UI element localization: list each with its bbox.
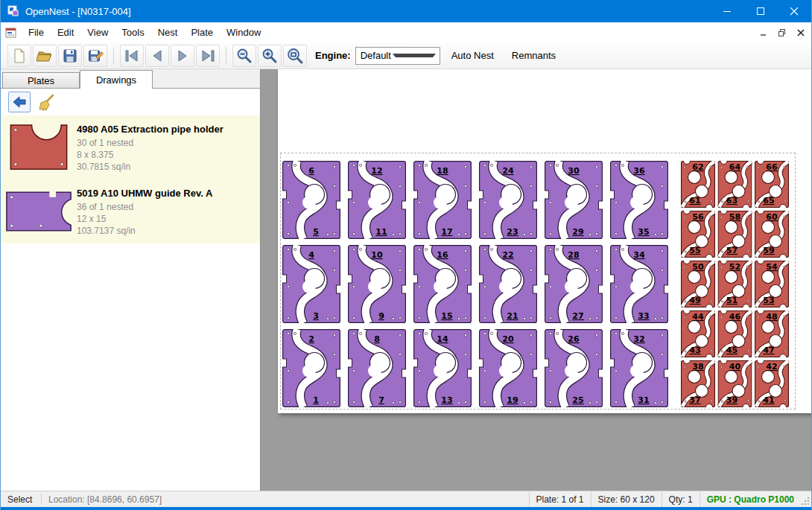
remnants-button[interactable]: Remnants [505, 46, 562, 65]
resize-grip[interactable] [801, 491, 811, 507]
menu-plate[interactable]: Plate [184, 24, 220, 41]
menu-view[interactable]: View [80, 24, 115, 41]
last-plate-button[interactable] [196, 45, 220, 67]
red-part-pair[interactable]: 6463 [718, 158, 752, 211]
part-number: 64 [729, 162, 741, 172]
zoom-fit-button[interactable] [283, 45, 307, 67]
mdi-close-button[interactable] [793, 25, 809, 40]
save-as-button[interactable] [83, 45, 107, 67]
purple-part-pair[interactable]: 2423 [478, 161, 539, 239]
purple-part-pair[interactable]: 3433 [609, 245, 670, 323]
save-button[interactable] [58, 45, 82, 67]
part-number: 29 [572, 227, 583, 237]
open-button[interactable] [33, 45, 57, 67]
purple-part-pair[interactable]: 2625 [544, 329, 604, 407]
tab-drawings[interactable]: Drawings [80, 70, 153, 89]
mdi-minimize-icon [759, 28, 768, 37]
part-number: 10 [371, 250, 383, 260]
red-part-pair[interactable]: 4847 [755, 307, 789, 361]
part-number: 19 [507, 395, 518, 405]
status-location: Location: [84.8696, 60.6957] [42, 494, 168, 505]
purple-part-pair[interactable]: 1817 [413, 161, 473, 239]
purple-part-pair[interactable]: 109 [347, 245, 407, 323]
return-part-button[interactable] [8, 92, 31, 112]
red-part-pair[interactable]: 3837 [682, 357, 715, 409]
menu-window[interactable]: Window [220, 24, 267, 41]
previous-plate-button[interactable] [145, 45, 169, 67]
mdi-close-icon [796, 28, 805, 37]
purple-part-pair[interactable]: 87 [347, 329, 407, 407]
part-number: 61 [689, 196, 700, 205]
red-part-pair[interactable]: 6059 [755, 208, 789, 261]
menu-edit[interactable]: Edit [51, 24, 80, 41]
part-number: 5 [313, 227, 319, 237]
clear-button[interactable] [37, 92, 57, 112]
part-number: 3 [313, 311, 319, 321]
purple-part-pair[interactable]: 3231 [609, 329, 670, 407]
first-plate-button[interactable] [120, 45, 144, 67]
red-part-pair[interactable]: 6261 [682, 158, 715, 211]
purple-part-pair[interactable]: 3635 [609, 161, 670, 239]
purple-part-pair[interactable]: 1413 [413, 329, 473, 407]
part-thumbnail-red [1, 124, 77, 171]
zoom-in-button[interactable] [258, 45, 282, 67]
part-number: 32 [633, 334, 644, 344]
part-number: 54 [766, 262, 778, 272]
new-button[interactable] [7, 45, 31, 67]
app-window: OpenNest - [N0317-004] File Edit View To… [0, 0, 812, 510]
next-plate-button[interactable] [171, 45, 194, 67]
zoom-out-button[interactable] [232, 45, 256, 67]
minimize-button[interactable] [711, 0, 744, 22]
red-part-pair[interactable]: 4443 [682, 307, 715, 361]
red-part-pair[interactable]: 5857 [718, 208, 752, 261]
drawing-list-item[interactable]: 5019 A10 UHMW guide Rev. A 36 of 1 neste… [1, 179, 260, 243]
auto-nest-button[interactable]: Auto Nest [445, 46, 501, 65]
close-icon [790, 7, 799, 16]
drawings-list: 4980 A05 Extraction pipe holder 30 of 1 … [1, 115, 260, 243]
purple-part-pair[interactable]: 21 [282, 329, 342, 407]
purple-part-pair[interactable]: 1211 [347, 161, 407, 239]
purple-part-pair[interactable]: 43 [282, 245, 342, 323]
menu-tools[interactable]: Tools [115, 24, 150, 41]
part-number: 57 [726, 246, 738, 255]
mdi-minimize-button[interactable] [755, 25, 772, 40]
purple-part-pair[interactable]: 2019 [478, 329, 539, 407]
menu-file[interactable]: File [22, 24, 51, 41]
red-part-pair[interactable]: 5453 [755, 258, 789, 311]
red-part-pair[interactable]: 5251 [718, 258, 752, 311]
purple-part-pair[interactable]: 1615 [413, 245, 473, 323]
chevron-down-icon [393, 54, 436, 57]
maximize-button[interactable] [744, 0, 778, 22]
close-button[interactable] [778, 0, 811, 22]
main-toolbar: Engine: Default Auto Nest Remnants [1, 42, 811, 69]
drawing-size: 8 x 8.375 [77, 149, 260, 161]
part-number: 33 [638, 311, 649, 321]
mdi-restore-button[interactable] [774, 25, 790, 40]
red-part-pair[interactable]: 6665 [755, 158, 789, 211]
part-number: 30 [568, 166, 580, 176]
part-number: 62 [692, 162, 703, 172]
part-number: 20 [502, 334, 514, 344]
red-part-pair[interactable]: 5655 [682, 208, 715, 261]
red-part-pair[interactable]: 4039 [718, 357, 752, 409]
window-bottom-border [1, 507, 811, 510]
purple-part-pair[interactable]: 2221 [478, 245, 539, 323]
engine-select[interactable]: Default [355, 47, 440, 65]
tab-plates[interactable]: Plates [2, 72, 80, 88]
red-part-pair[interactable]: 5049 [682, 258, 715, 311]
purple-part-pair[interactable]: 65 [282, 161, 342, 239]
part-number: 26 [568, 334, 580, 344]
purple-part-pair[interactable]: 3029 [544, 161, 604, 239]
part-number: 51 [726, 296, 738, 305]
red-part-pair[interactable]: 4241 [755, 357, 789, 409]
part-number: 2 [308, 334, 314, 344]
nav-last-icon [199, 47, 217, 65]
nav-next-icon [174, 47, 191, 65]
drawing-list-item[interactable]: 4980 A05 Extraction pipe holder 30 of 1 … [1, 115, 260, 179]
part-number: 34 [633, 250, 645, 260]
purple-part-pair[interactable]: 2827 [544, 245, 604, 323]
nest-canvas[interactable]: 6512111817242330293635431091615222128273… [261, 69, 811, 491]
menu-nest[interactable]: Nest [151, 24, 185, 41]
part-number: 38 [692, 362, 703, 372]
red-part-pair[interactable]: 4645 [718, 307, 752, 361]
